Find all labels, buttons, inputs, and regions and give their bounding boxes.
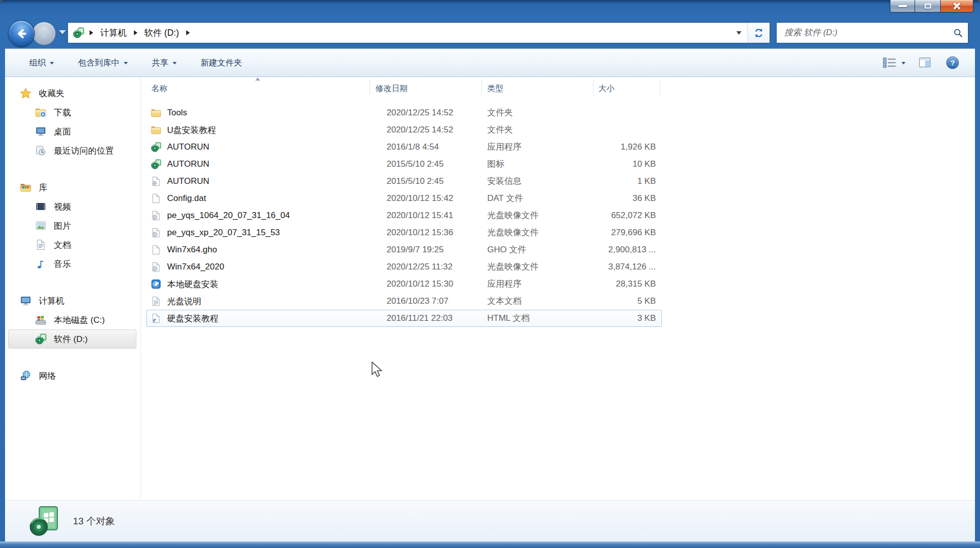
sidebar-item[interactable]: 下载 <box>8 103 136 122</box>
sidebar-item-label: 网络 <box>39 370 56 382</box>
back-button[interactable] <box>8 20 35 47</box>
file-name-cell: U盘安装教程 <box>150 121 216 139</box>
breadcrumb-separator-icon[interactable] <box>134 30 137 35</box>
file-type: 光盘映像文件 <box>487 258 539 276</box>
file-row[interactable]: pe_yqs_1064_20_07_31_16_042020/10/12 15:… <box>141 207 975 224</box>
file-name: AUTORUN <box>167 176 209 186</box>
file-date: 2020/10/12 15:41 <box>387 207 453 224</box>
toolbar-button[interactable]: 新建文件夹 <box>196 55 248 71</box>
file-row[interactable]: e硬盘安装教程2016/11/21 22:03HTML 文档3 KB <box>141 310 975 327</box>
breadcrumb-separator-icon[interactable] <box>90 30 93 35</box>
svg-text:e: e <box>153 316 156 323</box>
search-box <box>776 22 968 43</box>
file-name-cell: pe_yqs_1064_20_07_31_16_04 <box>150 207 290 224</box>
sidebar-item[interactable]: 软件 (D:) <box>8 329 136 349</box>
file-name-cell: e硬盘安装教程 <box>150 310 218 327</box>
file-type: 安装信息 <box>487 173 521 190</box>
file-name-cell: Tools <box>150 104 187 121</box>
minimize-button[interactable] <box>890 0 915 13</box>
file-name-cell: AUTORUN <box>150 139 209 156</box>
sidebar-item-libraries[interactable]: 库 <box>8 178 136 197</box>
file-name: 光盘说明 <box>167 296 201 307</box>
preview-pane-icon <box>919 57 933 68</box>
address-dropdown-icon[interactable] <box>736 31 741 35</box>
search-input[interactable] <box>783 27 953 38</box>
close-icon <box>952 2 961 11</box>
file-size: 3 KB <box>593 310 656 327</box>
file-row[interactable]: Tools2020/12/25 14:52文件夹 <box>141 104 975 121</box>
help-button[interactable]: ? <box>946 56 959 69</box>
file-row[interactable]: 本地硬盘安装2020/10/12 15:30应用程序28,315 KB <box>141 276 975 293</box>
recent-pages-chevron-icon[interactable] <box>59 30 66 34</box>
text-doc-icon <box>150 296 162 307</box>
file-name: Tools <box>167 108 187 118</box>
sidebar-item[interactable]: 本地磁盘 (C:) <box>8 310 136 329</box>
sidebar-item[interactable]: 桌面 <box>8 122 136 141</box>
sidebar-item[interactable]: 视频 <box>8 197 136 216</box>
file-date: 2020/10/12 15:36 <box>387 224 453 241</box>
address-bar[interactable]: 计算机软件 (D:) <box>67 22 770 43</box>
file-type: DAT 文件 <box>487 190 523 207</box>
file-date: 2015/5/10 2:45 <box>387 156 443 173</box>
file-row[interactable]: pe_yqs_xp_20_07_31_15_532020/10/12 15:36… <box>141 224 975 241</box>
sidebar-item[interactable]: 图片 <box>8 216 136 235</box>
views-button[interactable] <box>883 57 906 68</box>
sidebar-item-label: 收藏夹 <box>39 88 64 99</box>
file-name-cell: AUTORUN <box>150 156 209 173</box>
file-row[interactable]: AUTORUN2015/5/10 2:45图标10 KB <box>141 156 975 173</box>
column-header[interactable]: 名称 <box>152 84 168 94</box>
file-date: 2020/12/25 14:52 <box>387 121 453 139</box>
breadcrumb-item[interactable]: 软件 (D:) <box>142 26 181 40</box>
sidebar-group-favorites: 收藏夹下载桌面最近访问的位置 <box>5 84 140 160</box>
close-button[interactable] <box>940 0 973 13</box>
file-row[interactable]: Win7x64_20202020/12/25 11:32光盘映像文件3,874,… <box>141 258 975 276</box>
sidebar-item-favorites[interactable]: 收藏夹 <box>8 84 136 103</box>
document-icon <box>35 239 47 251</box>
file-date: 2020/10/12 15:30 <box>387 276 453 293</box>
file-row[interactable]: 光盘说明2016/10/23 7:07文本文档5 KB <box>141 293 975 310</box>
file-date: 2019/9/7 19:25 <box>387 241 443 258</box>
toolbar-button[interactable]: 共享 <box>147 55 182 71</box>
sidebar-item[interactable]: 音乐 <box>8 254 136 273</box>
toolbar-button[interactable]: 组织 <box>24 55 59 71</box>
dropdown-arrow-icon <box>50 62 54 64</box>
library-icon <box>20 181 32 193</box>
breadcrumb-separator-icon[interactable] <box>186 30 190 35</box>
toolbar-button[interactable]: 包含到库中 <box>73 55 133 71</box>
file-name: Win7x64.gho <box>167 245 217 255</box>
file-row[interactable]: Config.dat2020/10/12 15:42DAT 文件36 KB <box>141 190 975 207</box>
sidebar-item-computer[interactable]: 计算机 <box>8 291 136 310</box>
file-size: 5 KB <box>593 293 656 310</box>
breadcrumb-item[interactable]: 计算机 <box>98 26 129 40</box>
file-row[interactable]: U盘安装教程2020/12/25 14:52文件夹 <box>141 121 975 139</box>
column-header[interactable]: 大小 <box>598 84 615 94</box>
file-size: 1 KB <box>593 173 656 190</box>
file-row[interactable]: AUTORUN2016/1/8 4:54应用程序1,926 KB <box>141 139 975 156</box>
maximize-button[interactable] <box>915 0 940 13</box>
drive-c-icon <box>35 314 47 326</box>
file-type: 图标 <box>487 156 504 173</box>
file-row[interactable]: Win7x64.gho2019/9/7 19:25GHO 文件2,900,813… <box>141 241 975 258</box>
network-icon <box>20 370 32 382</box>
sidebar-item[interactable]: 文档 <box>8 235 136 254</box>
sidebar-item-label: 计算机 <box>39 295 64 307</box>
file-date: 2015/5/10 2:45 <box>387 173 443 190</box>
file-name: Config.dat <box>167 193 206 203</box>
forward-button[interactable] <box>32 22 56 45</box>
disc-image-icon <box>150 261 162 272</box>
column-header[interactable]: 修改日期 <box>375 84 408 94</box>
file-row[interactable]: AUTORUN2015/5/10 2:45安装信息1 KB <box>141 173 975 190</box>
sidebar-item-network[interactable]: 网络 <box>8 366 136 385</box>
file-name: pe_yqs_1064_20_07_31_16_04 <box>167 211 290 221</box>
app-green-icon <box>150 159 162 170</box>
refresh-button[interactable] <box>747 23 770 43</box>
file-size: 28,315 KB <box>593 276 656 293</box>
sidebar-item-label: 图片 <box>54 220 71 232</box>
recent-places-icon <box>35 145 47 157</box>
column-header[interactable]: 类型 <box>487 84 503 94</box>
toolbar-button-label: 新建文件夹 <box>201 57 243 68</box>
sidebar-item[interactable]: 最近访问的位置 <box>8 141 136 160</box>
computer-icon <box>20 295 32 307</box>
preview-pane-button[interactable] <box>919 57 933 68</box>
folder-icon <box>150 107 162 118</box>
